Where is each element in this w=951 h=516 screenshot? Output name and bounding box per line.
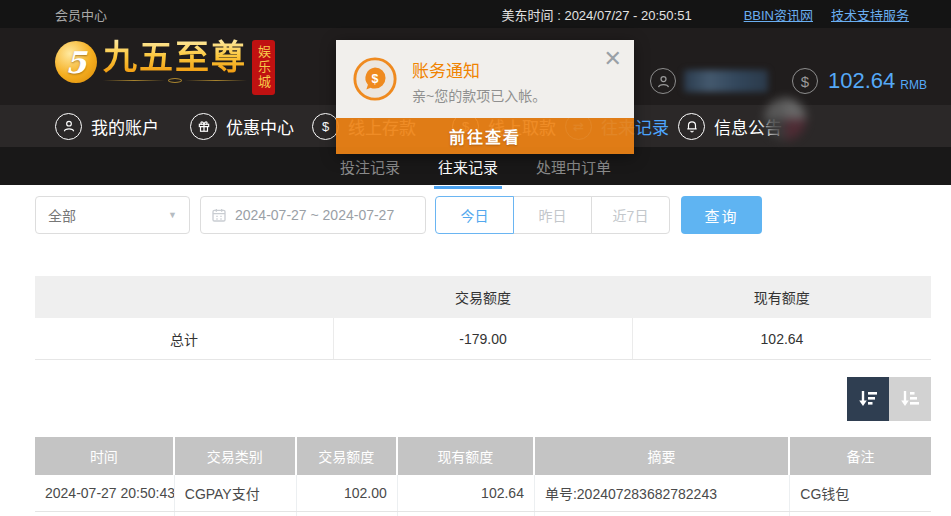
dollar-bubble-icon: $	[352, 56, 398, 106]
tech-support-link[interactable]: 技术支持服务	[831, 5, 909, 24]
col-note: 备注	[790, 437, 931, 475]
summary-total-label: 总计	[35, 318, 334, 359]
cell-note: CG钱包	[790, 475, 931, 511]
user-avatar-icon	[650, 68, 676, 94]
summary-header-balance: 现有额度	[632, 276, 931, 318]
date-range-value: 2024-07-27 ~ 2024-07-27	[235, 207, 394, 223]
cell-amount: 102.00	[297, 475, 398, 511]
notification-body: $ 账务通知 亲~您的款项已入帐。 ✕	[336, 40, 634, 118]
transactions-table: 时间 交易类别 交易额度 现有额度 摘要 备注 2024-07-27 20:50…	[35, 437, 931, 516]
yesterday-button[interactable]: 昨日	[513, 196, 592, 234]
summary-total-balance: 102.64	[633, 318, 931, 359]
col-type: 交易类别	[175, 437, 297, 475]
logo-text-wrap: 九五至尊	[103, 39, 247, 84]
nav-item-promotions[interactable]: 优惠中心	[190, 105, 294, 147]
summary-header-row: 交易额度 现有额度	[35, 276, 931, 318]
today-button[interactable]: 今日	[435, 196, 514, 234]
user-icon	[55, 113, 82, 140]
deposit-icon: $	[312, 113, 339, 140]
col-amount: 交易额度	[297, 437, 398, 475]
cell-balance: 102.64	[398, 475, 535, 511]
summary-header-blank	[35, 276, 334, 318]
table-row: 2024-07-27 20:50:43 CGPAY支付 102.00 102.6…	[35, 475, 931, 512]
go-view-button[interactable]: 前往查看	[336, 118, 634, 154]
user-cluster[interactable]	[650, 58, 768, 104]
quick-range-group: 今日 昨日 近7日	[435, 196, 670, 234]
balance-currency: RMB	[900, 71, 927, 92]
svg-text:$: $	[372, 72, 379, 86]
notification-badge-blurred	[764, 98, 806, 140]
summary-total-row: 总计 -179.00 102.64	[35, 318, 931, 360]
summary-header-transaction: 交易额度	[334, 276, 633, 318]
category-value: 全部	[48, 205, 76, 225]
sort-descending-icon	[856, 387, 880, 411]
nav-item-my-account[interactable]: 我的账户	[55, 105, 159, 147]
calendar-icon	[211, 207, 227, 223]
col-time: 时间	[35, 437, 175, 475]
username-blurred	[684, 70, 768, 92]
tab-pending-orders[interactable]: 处理中订单	[534, 152, 613, 181]
notification-title: 账务通知	[412, 57, 480, 82]
bbin-news-link[interactable]: BBIN资讯网	[744, 5, 813, 24]
nav-label: 优惠中心	[226, 114, 294, 139]
bell-icon	[678, 113, 705, 140]
date-range-input[interactable]: 2024-07-27 ~ 2024-07-27	[200, 196, 426, 234]
nav-label: 我的账户	[91, 114, 159, 139]
tab-transaction-records[interactable]: 往来记录	[436, 152, 500, 181]
logo-flourish-icon	[103, 77, 247, 84]
topbar: 会员中心 美东时间 : 2024/07/27 - 20:50:51 BBIN资讯…	[0, 0, 951, 28]
chevron-down-icon: ▼	[168, 210, 177, 220]
balance-cluster[interactable]: $ 102.64 RMB	[792, 58, 927, 104]
sort-ascending-icon	[898, 387, 922, 411]
gift-icon	[190, 113, 217, 140]
site-logo[interactable]: 5 九五至尊 娱乐城	[55, 39, 275, 95]
notification-message: 亲~您的款项已入帐。	[412, 85, 546, 105]
col-balance: 现有额度	[398, 437, 535, 475]
close-icon[interactable]: ✕	[604, 48, 622, 70]
dollar-icon: $	[792, 68, 818, 94]
last7days-button[interactable]: 近7日	[591, 196, 670, 234]
logo-coin-icon: 5	[55, 41, 97, 83]
logo-title: 九五至尊	[103, 39, 247, 75]
sort-descending-button[interactable]	[847, 377, 889, 421]
tab-bet-records[interactable]: 投注记录	[338, 152, 402, 181]
sort-ascending-button[interactable]	[889, 377, 931, 421]
server-time: 美东时间 : 2024/07/27 - 20:50:51	[502, 5, 692, 24]
category-select[interactable]: 全部 ▼	[35, 196, 190, 234]
cell-type: CGPAY支付	[175, 475, 297, 511]
search-button[interactable]: 查询	[681, 196, 762, 234]
table-header-row: 时间 交易类别 交易额度 现有额度 摘要 备注	[35, 437, 931, 475]
table-row-partial	[35, 512, 931, 516]
member-center-label: 会员中心	[55, 5, 107, 24]
logo-badge: 娱乐城	[252, 40, 275, 95]
sort-controls	[847, 377, 931, 421]
summary-total-transaction: -179.00	[334, 318, 633, 359]
cell-summary: 单号:202407283682782243	[535, 475, 790, 511]
balance-amount: 102.64	[828, 68, 895, 94]
summary-table: 交易额度 现有额度 总计 -179.00 102.64	[35, 276, 931, 360]
notification-popup: $ 账务通知 亲~您的款项已入帐。 ✕ 前往查看	[336, 40, 634, 154]
cell-time: 2024-07-27 20:50:43	[35, 475, 175, 511]
col-summary: 摘要	[535, 437, 790, 475]
